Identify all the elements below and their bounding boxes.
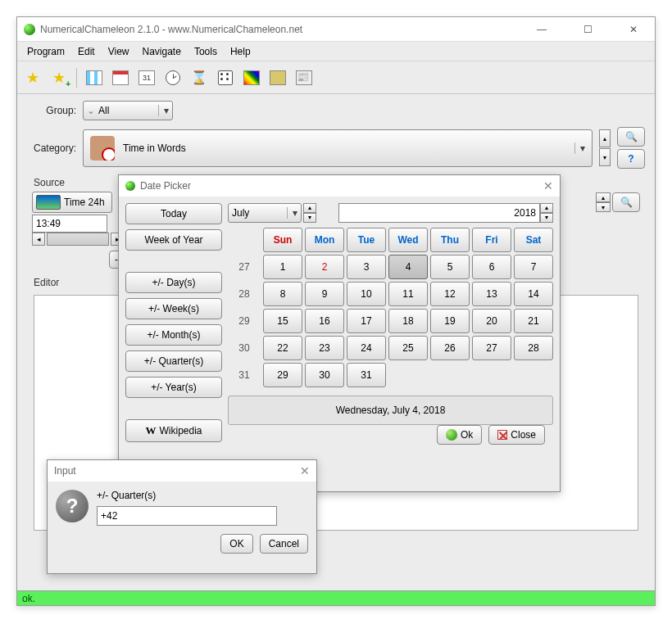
- calendar-day[interactable]: 21: [514, 309, 553, 333]
- menu-navigate[interactable]: Navigate: [138, 43, 186, 60]
- calendar-day[interactable]: 12: [430, 282, 470, 306]
- calendar-day[interactable]: 22: [263, 336, 302, 360]
- calendar-day[interactable]: 17: [347, 309, 386, 333]
- hourglass-icon[interactable]: ⌛: [190, 69, 208, 87]
- input-ok-button[interactable]: OK: [220, 534, 252, 554]
- calendar-day[interactable]: 16: [305, 309, 344, 333]
- search-category-button[interactable]: 🔍: [617, 127, 645, 147]
- toolbar: ★ ★ 31 ⌛ 📰: [17, 61, 655, 94]
- dice-icon[interactable]: [216, 69, 234, 87]
- maximize-button[interactable]: ☐: [573, 20, 602, 38]
- menu-edit[interactable]: Edit: [73, 43, 100, 60]
- group-row: Group: ⌄ All ▾: [27, 101, 645, 120]
- scrollbar-track[interactable]: [47, 233, 109, 246]
- calendar-day[interactable]: 14: [514, 282, 553, 306]
- color-icon[interactable]: [243, 69, 261, 87]
- add-favorite-icon[interactable]: ★: [50, 69, 68, 87]
- menu-tools[interactable]: Tools: [189, 43, 222, 60]
- calendar-day[interactable]: 19: [430, 309, 470, 333]
- favorite-icon[interactable]: ★: [24, 69, 42, 87]
- calendar-day[interactable]: 30: [305, 363, 344, 387]
- scroll-left[interactable]: ◂: [32, 233, 45, 246]
- plusminus-years-button[interactable]: +/- Year(s): [125, 377, 222, 398]
- calendar-day[interactable]: 25: [388, 336, 428, 360]
- calendar-day[interactable]: 1: [263, 255, 302, 279]
- ok-button[interactable]: Ok: [437, 425, 482, 445]
- spinner-up[interactable]: ▴: [540, 203, 553, 213]
- menubar: Program Edit View Navigate Tools Help: [17, 42, 655, 61]
- window-title: NumericalChameleon 2.1.0 - www.Numerical…: [40, 24, 527, 35]
- day-header: Mon: [305, 228, 344, 252]
- plusminus-days-button[interactable]: +/- Day(s): [125, 272, 222, 293]
- group-combo[interactable]: ⌄ All ▾: [83, 101, 173, 120]
- source-format-combo[interactable]: Time 24h: [32, 192, 112, 213]
- plusminus-quarters-button[interactable]: +/- Quarter(s): [125, 350, 222, 372]
- selected-date-display: Wednesday, July 4, 2018: [228, 396, 553, 425]
- calendar-day[interactable]: 31: [347, 363, 386, 387]
- table-icon[interactable]: [85, 69, 103, 87]
- calendar-day[interactable]: 8: [263, 282, 302, 306]
- datepicker-close-icon[interactable]: ✕: [543, 179, 553, 192]
- calendar-day[interactable]: 2: [305, 255, 344, 279]
- week-number: 28: [228, 282, 261, 306]
- calendar-day[interactable]: 26: [430, 336, 470, 360]
- calendar-day[interactable]: 10: [347, 282, 386, 306]
- wikipedia-button[interactable]: WWikipedia: [125, 419, 222, 442]
- spinner-down[interactable]: ▾: [596, 202, 611, 212]
- category-combo[interactable]: Time in Words ▾: [83, 129, 593, 167]
- close-button[interactable]: Close: [488, 425, 545, 445]
- calendar-day[interactable]: 4: [388, 255, 428, 279]
- search-source-button[interactable]: 🔍: [612, 192, 640, 212]
- calendar-day[interactable]: 7: [514, 255, 553, 279]
- help-category-button[interactable]: ?: [617, 149, 645, 169]
- spinner-up[interactable]: ▴: [596, 192, 611, 202]
- calendar-day[interactable]: 20: [472, 309, 511, 333]
- menu-view[interactable]: View: [103, 43, 134, 60]
- clock-icon[interactable]: [164, 69, 182, 87]
- spinner-down[interactable]: ▾: [599, 148, 611, 166]
- datepicker-body: Today Week of Year +/- Day(s) +/- Week(s…: [119, 197, 560, 459]
- calendar-day[interactable]: 9: [305, 282, 344, 306]
- calendar-day[interactable]: 15: [263, 309, 302, 333]
- close-button[interactable]: ✕: [619, 20, 648, 38]
- day31-icon[interactable]: 31: [138, 69, 156, 87]
- spinner-down[interactable]: ▾: [303, 213, 316, 223]
- status-text: ok.: [22, 593, 35, 604]
- month-combo[interactable]: July ▾: [228, 203, 302, 223]
- calendar-day[interactable]: 18: [388, 309, 428, 333]
- calendar-day[interactable]: 11: [388, 282, 428, 306]
- year-input[interactable]: 2018: [338, 203, 540, 223]
- calendar-day[interactable]: 24: [347, 336, 386, 360]
- day-header: Sun: [263, 228, 302, 252]
- category-value: Time in Words: [123, 142, 186, 154]
- minimize-button[interactable]: —: [527, 20, 556, 38]
- calendar-icon[interactable]: [111, 69, 129, 87]
- input-close-icon[interactable]: ✕: [300, 464, 310, 477]
- input-cancel-button[interactable]: Cancel: [260, 534, 308, 554]
- source-value-input[interactable]: [32, 215, 107, 233]
- calendar-day[interactable]: 29: [263, 363, 302, 387]
- source-spinner: ▴ ▾: [596, 192, 611, 212]
- paste-icon[interactable]: [269, 69, 287, 87]
- menu-program[interactable]: Program: [22, 43, 70, 60]
- calendar-day[interactable]: 13: [472, 282, 511, 306]
- plusminus-weeks-button[interactable]: +/- Week(s): [125, 298, 222, 319]
- plusminus-months-button[interactable]: +/- Month(s): [125, 324, 222, 346]
- calendar-day[interactable]: 3: [347, 255, 386, 279]
- dropdown-arrow-icon: ▾: [287, 207, 297, 219]
- spinner-up[interactable]: ▴: [303, 203, 316, 213]
- weekofyear-button[interactable]: Week of Year: [125, 229, 222, 251]
- calendar-day[interactable]: 28: [514, 336, 553, 360]
- spinner-up[interactable]: ▴: [599, 129, 611, 147]
- calendar-day[interactable]: 27: [472, 336, 511, 360]
- menu-help[interactable]: Help: [225, 43, 256, 60]
- news-icon[interactable]: 📰: [295, 69, 313, 87]
- datepicker-sidebar: Today Week of Year +/- Day(s) +/- Week(s…: [125, 203, 223, 453]
- calendar-day[interactable]: 23: [305, 336, 344, 360]
- input-right: +/- Quarter(s): [97, 490, 308, 526]
- calendar-day[interactable]: 6: [472, 255, 511, 279]
- input-value-field[interactable]: [97, 506, 277, 526]
- spinner-down[interactable]: ▾: [540, 213, 553, 223]
- calendar-day[interactable]: 5: [430, 255, 470, 279]
- today-button[interactable]: Today: [125, 203, 222, 224]
